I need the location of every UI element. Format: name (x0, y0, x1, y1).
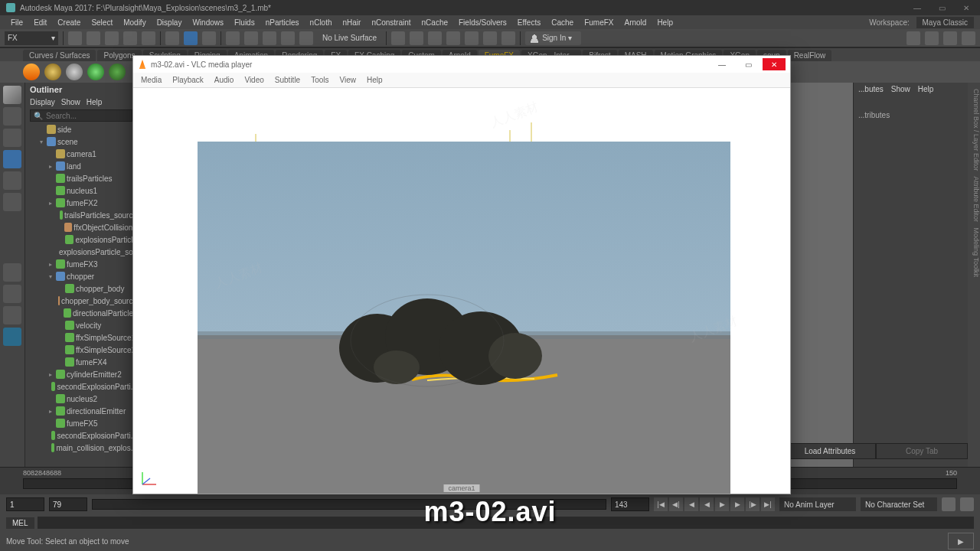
range-end-input[interactable] (611, 497, 649, 511)
menu-help[interactable]: Help (652, 17, 678, 28)
outliner-item[interactable]: ▸land (25, 160, 137, 172)
shelf-sphere-b-icon[interactable] (66, 64, 83, 80)
vlc-menu-playback[interactable]: Playback (168, 74, 208, 86)
menu-create[interactable]: Create (53, 17, 85, 28)
outliner-item[interactable]: secondExplosionParti... (25, 380, 137, 393)
menu-fumefx[interactable]: FumeFX (580, 17, 618, 28)
menu-edit[interactable]: Edit (29, 17, 51, 28)
outliner-item[interactable]: explosionsParticle (25, 233, 137, 246)
autokey-icon[interactable] (942, 497, 956, 511)
live-surface-dropdown[interactable]: No Live Surface (318, 32, 381, 44)
vlc-menu-video[interactable]: Video (240, 74, 268, 86)
panel-toggle-d-icon[interactable] (962, 31, 975, 45)
outliner-menu-show[interactable]: Show (61, 98, 80, 106)
pause-icon[interactable] (501, 31, 515, 45)
shelf-sphere-c-icon[interactable] (87, 64, 104, 80)
hyper-icon[interactable] (446, 31, 460, 45)
panel-toggle-a-icon[interactable] (906, 31, 920, 45)
outliner-item[interactable]: secondExplosionParti... (25, 429, 137, 442)
menu-nparticles[interactable]: nParticles (261, 17, 304, 28)
layout-b-icon[interactable] (3, 285, 21, 303)
vlc-menu-audio[interactable]: Audio (210, 74, 239, 86)
vlc-maximize-icon[interactable]: ▭ (737, 58, 760, 70)
outliner-item[interactable]: fumeFX4 (25, 356, 137, 368)
lights-icon[interactable] (483, 31, 497, 45)
shelf-sphere-d-icon[interactable] (109, 64, 126, 80)
vlc-window[interactable]: m3-02.avi - VLC media player — ▭ ✕ Media… (132, 55, 791, 494)
outliner-menu-help[interactable]: Help (87, 98, 103, 106)
lasso-tool-icon[interactable] (3, 107, 21, 126)
menu-cache[interactable]: Cache (547, 17, 578, 28)
outliner-item[interactable]: ▸cylinderEmitter2 (25, 368, 137, 380)
layout-a-icon[interactable] (3, 263, 21, 282)
workspace-dropdown[interactable]: Maya Classic (916, 17, 974, 28)
step-forward-key-icon[interactable]: |▶ (746, 497, 760, 511)
outliner-menu-display[interactable]: Display (30, 98, 55, 106)
go-end-icon[interactable]: ▶| (761, 497, 775, 511)
outliner-item[interactable]: fumeFX5 (25, 417, 137, 429)
sym-none-icon[interactable] (226, 31, 240, 45)
copy-tab-button[interactable]: Copy Tab (876, 443, 968, 459)
snap-grid-icon[interactable] (184, 31, 198, 45)
outliner-search-input[interactable]: 🔍Search... (30, 109, 132, 122)
step-back-frame-icon[interactable]: ◀ (684, 497, 698, 511)
paint-tool-icon[interactable] (3, 129, 21, 147)
outliner-item[interactable]: trailsParticles_source (25, 209, 137, 221)
render-view-icon[interactable] (465, 31, 479, 45)
live-icon[interactable] (299, 31, 313, 45)
menu-arnold[interactable]: Arnold (619, 17, 651, 28)
sym-object-icon[interactable] (244, 31, 258, 45)
outliner-item[interactable]: ▾scene (25, 135, 137, 148)
vlc-menu-media[interactable]: Media (136, 74, 166, 86)
go-start-icon[interactable]: |◀ (654, 497, 668, 511)
character-set-dropdown[interactable]: No Character Set (861, 497, 937, 511)
step-forward-frame-icon[interactable]: ▶ (730, 497, 744, 511)
undo-icon[interactable] (123, 31, 137, 45)
save-scene-icon[interactable] (105, 31, 119, 45)
snap-curve-icon[interactable] (202, 31, 216, 45)
menu-nhair[interactable]: nHair (338, 17, 366, 28)
vlc-titlebar[interactable]: m3-02.avi - VLC media player — ▭ ✕ (133, 56, 790, 73)
outliner-item[interactable]: main_collision_explos... (25, 442, 137, 454)
vlc-menu-subtitle[interactable]: Subtitle (270, 74, 305, 86)
current-frame-input[interactable] (49, 497, 87, 511)
maximize-icon[interactable]: ▭ (931, 2, 952, 14)
play-back-icon[interactable]: ◀ (700, 497, 714, 511)
outliner-item[interactable]: camera1 (25, 148, 137, 160)
shelf-tab[interactable]: RealFlow (788, 50, 832, 61)
scale-tool-icon[interactable] (3, 193, 21, 211)
script-editor-play-icon[interactable]: ▶ (948, 533, 974, 549)
outliner-item[interactable]: trailsParticles (25, 172, 137, 184)
outliner-item[interactable]: ▸fumeFX3 (25, 258, 137, 270)
prefs-icon[interactable] (960, 497, 974, 511)
vlc-menu-help[interactable]: Help (362, 74, 387, 86)
menu-effects[interactable]: Effects (513, 17, 545, 28)
vlc-menu-view[interactable]: View (335, 74, 361, 86)
menu-ncache[interactable]: nCache (417, 17, 452, 28)
outliner-item[interactable]: side (25, 123, 137, 135)
move-tool-icon[interactable] (3, 150, 21, 168)
outliner-item[interactable]: chopper_body (25, 282, 137, 295)
ae-menu-help[interactable]: Help (918, 85, 934, 93)
open-scene-icon[interactable] (87, 31, 100, 45)
menu-display[interactable]: Display (152, 17, 187, 28)
menu-file[interactable]: File (6, 17, 28, 28)
mode-dropdown[interactable]: FX▾ (5, 31, 58, 45)
outliner-item[interactable]: directionalParticles (25, 307, 137, 319)
vlc-minimize-icon[interactable]: — (710, 58, 733, 70)
play-forward-icon[interactable]: ▶ (715, 497, 729, 511)
layout-c-icon[interactable] (3, 306, 21, 324)
script-lang-dropdown[interactable]: MEL (6, 517, 34, 529)
minimize-icon[interactable]: — (906, 2, 928, 14)
vlc-close-icon[interactable]: ✕ (763, 58, 786, 70)
menu-ncloth[interactable]: nCloth (305, 17, 337, 28)
menu-select[interactable]: Select (87, 17, 117, 28)
rotate-tool-icon[interactable] (3, 171, 21, 190)
signin-button[interactable]: Sign In ▾ (525, 31, 581, 45)
arrow-tool-icon[interactable] (3, 86, 21, 104)
outliner-item[interactable]: nucleus2 (25, 393, 137, 405)
ipr-render-icon[interactable] (410, 31, 423, 45)
ae-menu-show[interactable]: Show (891, 85, 910, 93)
outliner-item[interactable]: ▸directionalEmitter (25, 405, 137, 417)
new-scene-icon[interactable] (68, 31, 82, 45)
